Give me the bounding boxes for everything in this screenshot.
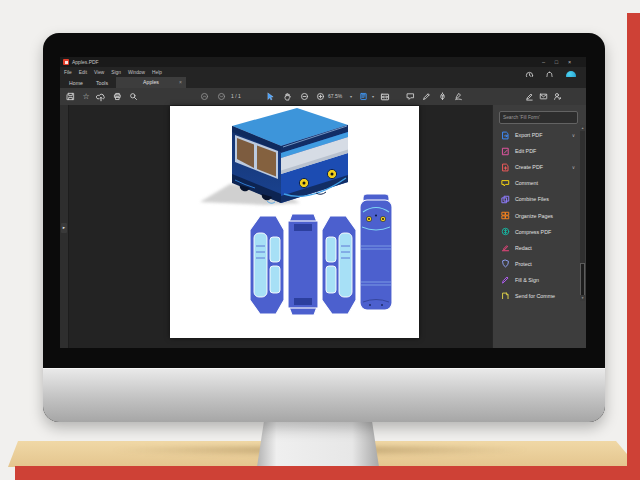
send-for-comments-icon [501, 292, 510, 300]
comment-icon [501, 179, 510, 188]
close-button[interactable]: × [564, 58, 575, 66]
tool-item-send-for-comments[interactable]: Send for Comme [493, 289, 581, 299]
minimize-button[interactable]: – [538, 58, 549, 66]
page-view-icon[interactable] [357, 91, 369, 103]
previous-page-icon[interactable] [198, 91, 210, 103]
panel-scrollbar[interactable]: ▲ ▼ [580, 125, 585, 301]
menu-sign[interactable]: Sign [108, 70, 125, 75]
monitor-stand [257, 421, 379, 467]
chevron-down-icon[interactable]: ∨ [572, 133, 575, 138]
navigation-pane-toggle-icon[interactable]: ▸ [61, 223, 67, 233]
scroll-down-icon[interactable]: ▼ [580, 295, 585, 301]
select-tool-cursor-icon[interactable] [264, 91, 276, 103]
tab-tools[interactable]: Tools [90, 78, 114, 88]
tool-item-protect[interactable]: Protect [493, 257, 581, 271]
fill-sign-pen-icon[interactable] [523, 91, 535, 103]
menu-window[interactable]: Window [124, 70, 148, 75]
tool-item-redact[interactable]: Redact [493, 241, 581, 255]
page-artwork [170, 106, 419, 338]
tool-item-edit-pdf[interactable]: Edit PDF [493, 144, 581, 158]
combine-files-icon [501, 195, 510, 204]
document-tab-apples[interactable]: Apples × [116, 77, 186, 88]
maximize-button[interactable]: □ [551, 58, 562, 66]
main-toolbar: ☆ 1 / 1 [60, 88, 586, 106]
print-icon[interactable] [111, 91, 123, 103]
scene: Apples.PDF – □ × File Edit View Sign Win… [0, 0, 640, 480]
scroll-up-icon[interactable]: ▲ [580, 125, 585, 131]
tools-search-input[interactable]: Search 'Fill Form' [499, 111, 578, 124]
tool-item-create-pdf[interactable]: Create PDF ∨ [493, 160, 581, 174]
title-bar: Apples.PDF – □ × [60, 57, 586, 67]
compress-pdf-icon [501, 227, 510, 236]
tool-item-comment[interactable]: Comment [493, 176, 581, 190]
cloud-upload-icon[interactable] [95, 91, 107, 103]
background-accent-right [627, 13, 640, 480]
tool-item-organize-pages[interactable]: Organize Pages [493, 209, 581, 223]
export-pdf-icon [501, 131, 510, 140]
create-pdf-icon [501, 163, 510, 172]
edit-pdf-icon [501, 147, 510, 156]
fit-width-icon[interactable] [379, 91, 391, 103]
menu-view[interactable]: View [91, 70, 108, 75]
window-title: Apples.PDF [72, 59, 99, 65]
acrobat-app-icon [63, 59, 69, 65]
tab-home[interactable]: Home [64, 78, 88, 88]
tools-panel: Search 'Fill Form' Export PDF ∨ Edit PDF [492, 105, 586, 348]
fountain-pen-icon[interactable] [436, 91, 448, 103]
content-area: ▸ [60, 105, 586, 348]
menu-help[interactable]: Help [149, 70, 166, 75]
document-tab-label: Apples [143, 79, 159, 85]
protect-shield-icon [501, 259, 510, 268]
fill-sign-icon [501, 275, 510, 284]
sign-stamp-icon[interactable] [452, 91, 464, 103]
search-icon[interactable] [127, 91, 139, 103]
page-total: 1 [238, 93, 241, 99]
page-current[interactable]: 1 [231, 93, 234, 99]
pencil-edit-icon[interactable] [420, 91, 432, 103]
next-page-icon[interactable] [215, 91, 227, 103]
zoom-out-icon[interactable] [298, 91, 310, 103]
zoom-level[interactable]: 67.5% [328, 88, 342, 105]
zoom-caret-down-icon[interactable]: ▼ [347, 91, 355, 103]
tool-item-combine-files[interactable]: Combine Files [493, 192, 581, 206]
tool-item-compress-pdf[interactable]: Compress PDF [493, 225, 581, 239]
menu-file[interactable]: File [60, 70, 75, 75]
save-icon[interactable] [64, 91, 76, 103]
star-favorites-icon[interactable]: ☆ [80, 91, 92, 103]
tool-item-export-pdf[interactable]: Export PDF ∨ [493, 128, 581, 142]
navigation-pane-strip: ▸ [60, 105, 69, 348]
comment-bubble-icon[interactable] [404, 91, 416, 103]
redact-icon [501, 243, 510, 252]
document-tab-close-icon[interactable]: × [179, 77, 182, 88]
chevron-down-icon[interactable]: ∨ [572, 165, 575, 170]
tools-list: Export PDF ∨ Edit PDF Create PDF ∨ [493, 125, 581, 299]
scrollbar-thumb[interactable] [580, 263, 585, 297]
tab-bar: Home Tools Apples × [60, 77, 586, 88]
background-accent-bottom [15, 466, 640, 480]
share-people-icon[interactable] [551, 91, 563, 103]
page-indicator: 1 / 1 [231, 88, 241, 105]
monitor: Apples.PDF – □ × File Edit View Sign Win… [43, 33, 605, 422]
page-divider: / [235, 93, 236, 99]
share-email-envelope-icon[interactable] [537, 91, 549, 103]
tool-item-fill-sign[interactable]: Fill & Sign [493, 273, 581, 287]
hand-tool-icon[interactable] [281, 91, 293, 103]
papercraft-template [250, 194, 392, 315]
page-view-caret-down-icon[interactable]: ▼ [369, 91, 377, 103]
acrobat-window: Apples.PDF – □ × File Edit View Sign Win… [60, 57, 586, 348]
menu-edit[interactable]: Edit [75, 70, 90, 75]
zoom-in-icon[interactable] [314, 91, 326, 103]
monitor-chin [43, 368, 605, 422]
bus-3d-render [200, 108, 348, 205]
pdf-page[interactable] [170, 106, 419, 338]
organize-pages-icon [501, 211, 510, 220]
menu-bar: File Edit View Sign Window Help [60, 67, 586, 77]
